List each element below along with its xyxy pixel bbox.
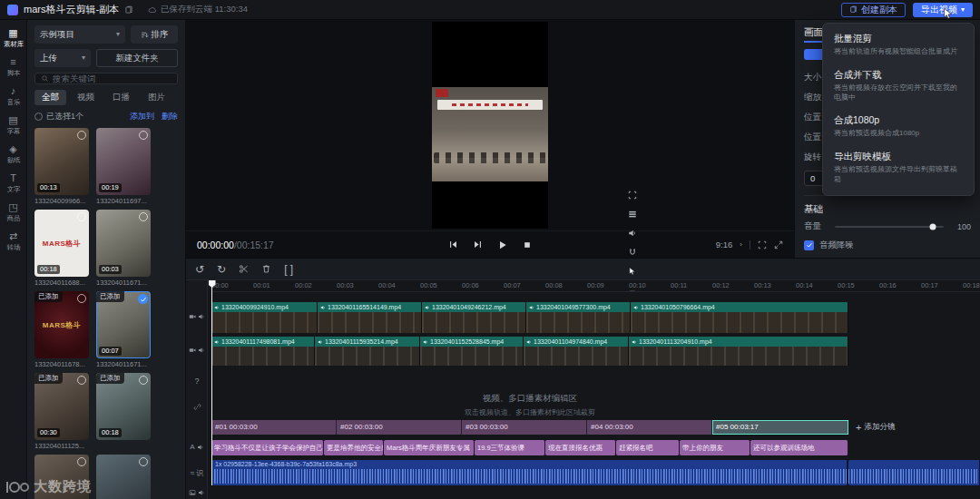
help-icon[interactable]: ? <box>186 377 208 386</box>
storyboard-segment[interactable]: #05 00:03:17 <box>712 420 848 435</box>
video-clip[interactable]: 13320401152528845.mp4 <box>420 337 524 366</box>
fit-screen-button[interactable] <box>758 240 767 250</box>
select-circle[interactable] <box>77 457 86 466</box>
storyboard-segment[interactable]: #03 00:03:00 <box>462 420 587 435</box>
inspector-tab[interactable]: 画面 <box>804 24 823 43</box>
video-clip[interactable]: 13320401104974840.mp4 <box>524 337 629 366</box>
select-circle[interactable] <box>77 376 86 385</box>
select-circle[interactable] <box>77 131 86 140</box>
audio-clip[interactable] <box>848 460 980 485</box>
nav-item[interactable]: ◈ 贴纸 <box>0 141 27 169</box>
video-clip[interactable]: 13320401049577300.mp4 <box>526 302 631 333</box>
library-tab[interactable]: 口播 <box>105 90 137 105</box>
storyboard-segment[interactable]: #02 00:03:00 <box>337 420 462 435</box>
library-item[interactable]: MARS格斗 已添加 133204011678... <box>34 291 89 368</box>
caption-clip[interactable]: 还可以参观训练场地 <box>750 440 848 455</box>
nav-item[interactable]: ⇄ 转场 <box>0 228 27 256</box>
export-menu-item[interactable]: 批量混剪 将当前轨道所有视频智能组合批量成片 <box>823 27 974 64</box>
video-clip[interactable]: 13320401050796664.mp4 <box>631 302 848 333</box>
caption-clip[interactable]: Mars格斗周年庆新朋友专属 <box>384 440 475 455</box>
library-item[interactable]: MARS格斗 已添加 00:18 133204011688... <box>34 210 89 287</box>
audio-clip[interactable]: 1x 02958228-13ee-4368-b39c-7a53fa163c8a.… <box>211 460 848 485</box>
play-button[interactable] <box>497 240 508 250</box>
export-menu-item[interactable]: 合成1080p 将当前预选视频合成1080p <box>823 109 974 145</box>
search-input[interactable] <box>53 73 172 83</box>
nav-item[interactable]: ≡ 脚本 <box>0 54 27 82</box>
library-tab[interactable]: 图片 <box>141 90 172 105</box>
video-clip[interactable]: 13320401115935214.mp4 <box>315 337 420 366</box>
volume-slider-handle[interactable] <box>930 223 936 230</box>
library-item-thumbnail[interactable]: 已添加 00:30 <box>34 373 89 440</box>
video-clip[interactable]: 133204009924910.mp4 <box>211 302 318 333</box>
select-circle[interactable] <box>139 131 148 140</box>
library-item[interactable]: 已添加 <box>96 455 151 499</box>
caption-clip[interactable]: 学习格斗不仅是让孩子学会保护自己 <box>211 440 324 455</box>
next-frame-button[interactable] <box>473 240 483 250</box>
video-clip[interactable]: 13320401117498081.mp4 <box>211 337 315 366</box>
video-clip[interactable]: 13320401049246212.mp4 <box>422 302 526 333</box>
fullscreen-button[interactable] <box>774 240 783 250</box>
fit-timeline-button[interactable] <box>628 191 637 200</box>
select-circle[interactable] <box>139 457 148 466</box>
playhead[interactable] <box>211 280 212 485</box>
nav-item[interactable]: ▦ 素材库 <box>0 24 27 53</box>
library-item-thumbnail[interactable]: 已添加 00:19 <box>96 128 151 195</box>
library-item[interactable]: 已添加 00:07 133204011671... <box>96 291 151 368</box>
undo-button[interactable]: ↺ <box>195 264 204 275</box>
select-circle[interactable] <box>139 212 148 221</box>
add-to-link[interactable]: 添加到 <box>130 111 154 122</box>
caption-clip[interactable]: 赶紧报名吧 <box>616 440 680 455</box>
library-item[interactable]: 已添加 00:30 133204011125... <box>34 373 89 450</box>
audio-track-header[interactable]: ≈ 识 <box>186 468 208 478</box>
nav-item[interactable]: T 文字 <box>0 170 27 198</box>
nav-item[interactable]: ▤ 字幕 <box>0 112 27 140</box>
delete-button[interactable] <box>261 264 271 274</box>
library-item[interactable]: 已添加 00:03 133204011671... <box>96 210 151 287</box>
selected-check-icon[interactable] <box>138 294 148 304</box>
stop-button[interactable] <box>523 240 532 250</box>
aspect-ratio-selector[interactable]: 9:16 <box>716 240 733 250</box>
caption-clip[interactable]: 19.9三节体验课 <box>475 440 545 455</box>
video-clip[interactable]: 13320401113204910.mp4 <box>629 337 848 366</box>
link-tracks-button[interactable] <box>186 403 208 411</box>
search-box[interactable] <box>34 73 178 84</box>
upload-select[interactable]: 上传 ▾ <box>34 49 91 67</box>
rename-icon[interactable] <box>124 5 133 15</box>
select-circle[interactable] <box>77 212 86 221</box>
library-item-thumbnail[interactable]: 已添加 00:13 <box>34 128 89 195</box>
redo-button[interactable]: ↻ <box>217 264 226 275</box>
volume-slider[interactable] <box>835 226 944 228</box>
caption-clip[interactable]: 更是培养他的安全感和能力 <box>324 440 384 455</box>
library-item-thumbnail[interactable]: MARS格斗 已添加 00:18 <box>34 210 89 277</box>
nav-item[interactable]: ♪ 音乐 <box>0 83 27 111</box>
library-item-thumbnail[interactable]: 已添加 00:03 <box>96 210 151 277</box>
library-item[interactable]: 已添加 00:18 <box>96 373 151 450</box>
select-cursor-button[interactable] <box>628 267 637 276</box>
create-copy-button[interactable]: 创建副本 <box>841 3 906 17</box>
library-tab[interactable]: 全部 <box>34 90 66 105</box>
storyboard-segment[interactable]: #04 00:03:00 <box>587 420 712 435</box>
library-item[interactable]: 已添加 00:13 133204009966... <box>34 128 89 205</box>
new-folder-button[interactable]: 新建文件夹 <box>96 49 178 67</box>
timeline-ruler[interactable]: 00:0000:0100:0200:0300:0400:0500:0600:07… <box>211 280 980 292</box>
timeline-content[interactable]: 00:0000:0100:0200:0300:0400:0500:0600:07… <box>208 280 980 499</box>
select-all-radio[interactable] <box>34 113 43 121</box>
caption-clip[interactable]: 现在直接报名优惠 <box>545 440 616 455</box>
library-item[interactable]: 已添加 00:19 133204011697... <box>96 128 151 205</box>
library-tab[interactable]: 视频 <box>70 90 102 105</box>
image-track-header[interactable] <box>186 489 208 496</box>
select-circle[interactable] <box>77 294 86 303</box>
video-track-2-header[interactable] <box>186 347 208 354</box>
export-menu-item[interactable]: 导出剪映模板 将当前预选视频源文件导出到剪映草稿箱 <box>823 145 974 191</box>
library-item-thumbnail[interactable]: 已添加 00:18 <box>96 373 151 440</box>
add-segment-button[interactable]: + 添加分镜 <box>856 420 895 435</box>
select-circle[interactable] <box>139 376 148 385</box>
caption-clip[interactable]: 带上你的朋友 <box>680 440 750 455</box>
video-clip[interactable]: 13320401165514149.mp4 <box>318 302 422 333</box>
export-menu-item[interactable]: 合成并下载 将当前视频存放在云空间并下载至我的电脑中 <box>823 64 974 110</box>
delete-link[interactable]: 删除 <box>162 111 178 122</box>
library-item-thumbnail[interactable]: MARS格斗 已添加 <box>34 291 89 358</box>
track-rows-button[interactable] <box>628 210 637 219</box>
sort-button[interactable]: 排序 <box>131 25 178 44</box>
caption-track-header[interactable]: A <box>186 443 208 451</box>
